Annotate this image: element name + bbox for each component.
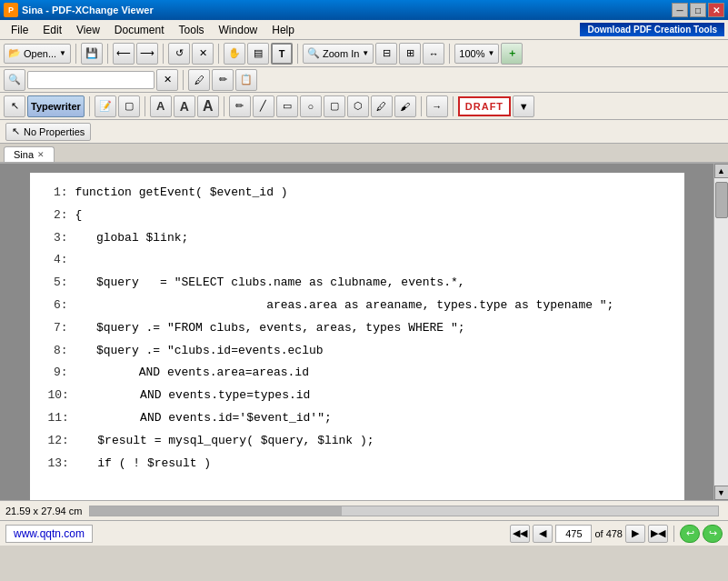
code-line: 5: $query = "SELECT clubs.name as clubna…: [48, 272, 666, 295]
code-line: 9: AND events.area=areas.id: [48, 362, 666, 385]
tool1-button[interactable]: 🖊: [188, 69, 210, 91]
title-bar-left: P Sina - PDF-XChange Viewer: [4, 3, 154, 17]
cursor-icon: ↖: [12, 125, 20, 137]
ellipse-button[interactable]: ○: [300, 95, 322, 117]
fit-width-button[interactable]: ↔: [423, 43, 444, 65]
menu-window[interactable]: Window: [212, 22, 265, 38]
tab-sina[interactable]: Sina ✕: [4, 146, 55, 162]
title-bar-controls[interactable]: ─ □ ✕: [672, 3, 724, 17]
typewriter-button[interactable]: Typewriter: [27, 95, 85, 117]
prev-page-button[interactable]: ◀: [533, 525, 553, 543]
scroll-down-button[interactable]: ▼: [714, 486, 729, 500]
zoom-in-dropdown[interactable]: 🔍 Zoom In ▼: [303, 44, 374, 64]
arrow-button[interactable]: →: [426, 95, 448, 117]
tool3-button[interactable]: 📋: [235, 69, 257, 91]
open-arrow-icon: ▼: [59, 49, 66, 57]
scroll-up-button[interactable]: ▲: [714, 164, 729, 178]
text-box-button[interactable]: ▢: [118, 95, 140, 117]
no-properties-bar: ↖ No Properties: [0, 120, 728, 144]
menu-view[interactable]: View: [69, 22, 107, 38]
code-line: 2: {: [48, 205, 666, 227]
watermark: www.qqtn.com: [5, 525, 93, 543]
forward-button[interactable]: ⟶: [136, 43, 158, 65]
zoom-plus-button[interactable]: ＋: [501, 43, 523, 65]
separator: [453, 96, 454, 116]
tool2-button[interactable]: ✏: [212, 69, 234, 91]
scroll-thumb[interactable]: [715, 182, 728, 218]
menu-edit[interactable]: Edit: [35, 22, 69, 38]
highlight-button[interactable]: 🖊: [371, 95, 393, 117]
hand-tool-button[interactable]: ✋: [224, 43, 245, 65]
tab-close-icon[interactable]: ✕: [37, 150, 45, 159]
scroll-bar-bottom[interactable]: [89, 506, 719, 516]
save-button[interactable]: 💾: [81, 43, 103, 65]
cursor-tool-button[interactable]: ↖: [4, 95, 25, 117]
rect-button[interactable]: ▭: [276, 95, 298, 117]
menu-bar: File Edit View Document Tools Window Hel…: [0, 20, 728, 40]
maximize-button[interactable]: □: [690, 3, 706, 17]
separator: [421, 96, 422, 116]
go-back-button[interactable]: ↩: [680, 525, 700, 543]
code-line: 1: function getEvent( $event_id ): [48, 182, 666, 205]
logo-text: Download PDF Creation Tools: [587, 25, 717, 35]
minimize-button[interactable]: ─: [672, 3, 688, 17]
menu-document[interactable]: Document: [107, 22, 172, 38]
polygon-button[interactable]: ⬡: [347, 95, 369, 117]
nav-bar: www.qqtn.com ◀◀ ◀ of 478 ▶ ▶◀ ↩ ↪: [0, 520, 728, 546]
separator: [163, 44, 164, 64]
dimensions-label: 21.59 x 27.94 cm: [5, 506, 82, 516]
tab-label: Sina: [14, 149, 34, 160]
close-button[interactable]: ✕: [708, 3, 724, 17]
code-line: 12: $result = mysql_query( $query, $link…: [48, 430, 666, 453]
next-page-button[interactable]: ▶: [625, 525, 645, 543]
scroll-bar-right[interactable]: ▲ ▼: [713, 164, 728, 500]
zoom-percent-dropdown[interactable]: 100% ▼: [454, 44, 499, 64]
separator: [145, 96, 145, 116]
code-line: 8: $query .= "clubs.id=events.eclub: [48, 340, 666, 363]
separator: [183, 70, 184, 90]
search-clear-button[interactable]: ✕: [156, 69, 178, 91]
fit-page-button[interactable]: ⊞: [399, 43, 421, 65]
refresh-button[interactable]: ↺: [168, 43, 190, 65]
stop-button[interactable]: ✕: [192, 43, 214, 65]
go-forward-button[interactable]: ↪: [703, 525, 723, 543]
page-nav-group: ◀◀ ◀ of 478 ▶ ▶◀ ↩ ↪: [510, 525, 723, 543]
font-bigger-button[interactable]: A: [174, 95, 195, 117]
code-line: 7: $query .= "FROM clubs, events, areas,…: [48, 317, 666, 340]
callout-button[interactable]: 📝: [95, 95, 116, 117]
search-button[interactable]: 🔍: [4, 69, 25, 91]
menu-tools[interactable]: Tools: [172, 22, 212, 38]
toolbar2: 🔍 ✕ 🖊 ✏ 📋: [0, 67, 728, 93]
separator: [107, 44, 108, 64]
separator: [218, 44, 219, 64]
page-input[interactable]: [555, 525, 592, 543]
separator: [75, 44, 76, 64]
search-input[interactable]: [27, 71, 155, 89]
line-button[interactable]: ╱: [253, 95, 274, 117]
pencil-button[interactable]: ✏: [229, 95, 251, 117]
zoom-icon: 🔍: [307, 47, 320, 59]
logo-area: Download PDF Creation Tools: [580, 23, 724, 36]
marker-button[interactable]: 🖌: [394, 95, 416, 117]
first-page-button[interactable]: ◀◀: [510, 525, 530, 543]
font-biggest-button[interactable]: A: [197, 95, 219, 117]
menu-help[interactable]: Help: [264, 22, 302, 38]
open-button[interactable]: 📂 Open... ▼: [4, 44, 71, 64]
draft-arrow-button[interactable]: ▼: [513, 95, 534, 117]
back-button[interactable]: ⟵: [113, 43, 135, 65]
roundrect-button[interactable]: ▢: [324, 95, 345, 117]
window-title: Sina - PDF-XChange Viewer: [22, 5, 154, 15]
type-tool-button[interactable]: T: [271, 43, 293, 65]
doc-area[interactable]: 1: function getEvent( $event_id ) 2: { 3…: [0, 164, 713, 500]
menu-file[interactable]: File: [4, 22, 35, 38]
font-A-button[interactable]: A: [150, 95, 172, 117]
select-tool-button[interactable]: ▤: [247, 43, 269, 65]
separator: [89, 96, 90, 116]
code-line: 11: AND events.id='$event_id'";: [48, 407, 666, 430]
last-page-button[interactable]: ▶◀: [648, 525, 668, 543]
code-line: 3: global $link;: [48, 227, 666, 250]
zoom-out-button[interactable]: ⊟: [375, 43, 397, 65]
doc-page: 1: function getEvent( $event_id ) 2: { 3…: [30, 173, 684, 500]
draft-stamp-button[interactable]: DRAFT: [458, 96, 511, 116]
no-properties-button[interactable]: ↖ No Properties: [5, 123, 91, 141]
